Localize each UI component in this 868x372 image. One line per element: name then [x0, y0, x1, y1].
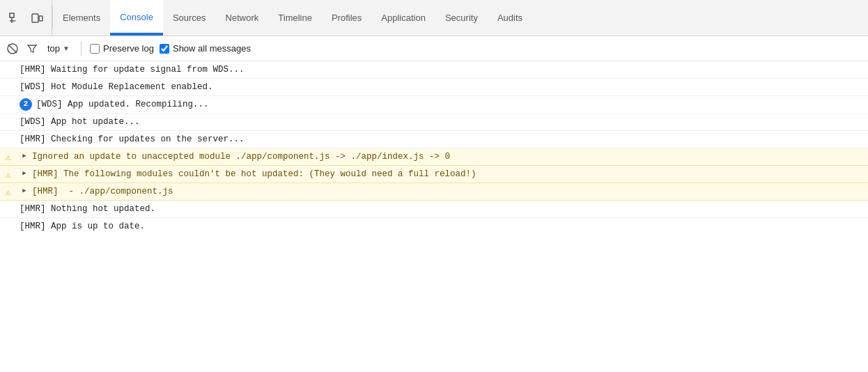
console-message-text: [WDS] Hot Module Replacement enabled.: [20, 80, 862, 94]
tab-sources[interactable]: Sources: [163, 0, 216, 36]
expand-arrow-icon[interactable]: ▶: [20, 151, 29, 161]
console-message-text: [HMR] - ./app/component.js: [32, 185, 862, 199]
svg-rect-0: [10, 13, 14, 17]
console-output: [HMR] Waiting for update signal from WDS…: [0, 61, 868, 372]
svg-rect-4: [39, 16, 42, 21]
tab-security[interactable]: Security: [435, 0, 488, 36]
console-message-text: [HMR] Waiting for update signal from WDS…: [20, 63, 862, 77]
console-row[interactable]: ⚠▶[HMR] - ./app/component.js: [0, 183, 868, 201]
inspect-element-icon[interactable]: [6, 9, 24, 27]
console-row: [WDS] App hot update...: [0, 114, 868, 131]
tab-profiles[interactable]: Profiles: [322, 0, 371, 36]
tab-network[interactable]: Network: [216, 0, 269, 36]
svg-line-6: [8, 45, 17, 53]
preserve-log-checkbox[interactable]: [90, 44, 100, 54]
svg-rect-3: [32, 14, 38, 22]
console-message-text: [HMR] Nothing hot updated.: [20, 202, 862, 216]
show-all-messages-checkbox[interactable]: [160, 44, 169, 54]
toolbar-separator: [81, 42, 82, 56]
context-dropdown-arrow: ▼: [63, 45, 70, 52]
expand-arrow-icon[interactable]: ▶: [20, 186, 29, 196]
warning-icon: ⚠: [6, 151, 11, 166]
console-message-text: [HMR] App is up to date.: [20, 219, 862, 233]
tab-application[interactable]: Application: [371, 0, 435, 36]
console-row: [HMR] App is up to date.: [0, 218, 868, 235]
filter-button[interactable]: [25, 42, 39, 56]
message-count-badge: 2: [20, 98, 32, 111]
expand-arrow-icon[interactable]: ▶: [20, 169, 29, 178]
console-row[interactable]: ⚠▶Ignored an update to unaccepted module…: [0, 148, 868, 166]
tab-elements[interactable]: Elements: [53, 0, 110, 36]
console-row: [HMR] Waiting for update signal from WDS…: [0, 61, 868, 79]
console-message-text: [WDS] App updated. Recompiling...: [36, 98, 862, 111]
console-row[interactable]: ⚠▶[HMR] The following modules couldn't b…: [0, 166, 868, 183]
console-message-text: [WDS] App hot update...: [20, 115, 862, 129]
console-row: [WDS] Hot Module Replacement enabled.: [0, 79, 868, 96]
clear-console-button[interactable]: [6, 42, 20, 56]
console-message-text: [HMR] The following modules couldn't be …: [32, 167, 862, 181]
context-selector[interactable]: top ▼: [45, 42, 72, 55]
console-toolbar: top ▼ Preserve log Show all messages: [0, 36, 868, 61]
tab-audits[interactable]: Audits: [488, 0, 532, 36]
devtools-tab-bar: Elements Console Sources Network Timelin…: [0, 0, 868, 36]
console-message-text: Ignored an update to unaccepted module .…: [32, 150, 862, 164]
devtools-icon-group: [0, 0, 52, 36]
device-toggle-icon[interactable]: [28, 9, 46, 27]
console-row: 2[WDS] App updated. Recompiling...: [0, 96, 868, 114]
svg-marker-7: [28, 45, 36, 52]
warning-icon: ⚠: [6, 169, 11, 183]
warning-icon: ⚠: [6, 186, 11, 201]
preserve-log-checkbox-group[interactable]: Preserve log: [90, 43, 154, 54]
console-row: [HMR] Nothing hot updated.: [0, 201, 868, 218]
tab-timeline[interactable]: Timeline: [268, 0, 322, 36]
console-row: [HMR] Checking for updates on the server…: [0, 131, 868, 148]
tab-console[interactable]: Console: [110, 0, 163, 36]
show-all-messages-checkbox-group[interactable]: Show all messages: [160, 43, 251, 54]
console-message-text: [HMR] Checking for updates on the server…: [20, 132, 862, 146]
